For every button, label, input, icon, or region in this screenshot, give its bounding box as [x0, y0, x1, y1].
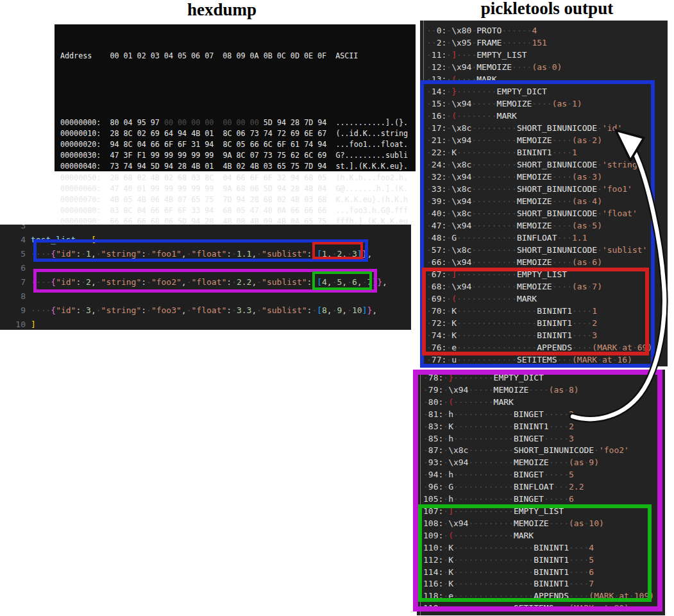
- pickle-line: ·80:·(········MARK: [423, 397, 665, 409]
- code-line: 9····{"id":·3,·"string":·"foo3",·"float"…: [0, 304, 411, 318]
- pickle-line: 116:·K················BININT1····7: [423, 578, 665, 590]
- pickle-line: 110:·K················BININT1····4: [423, 542, 665, 554]
- line-number: 4: [0, 233, 26, 247]
- hexdump-header: Address 00 01 02 03 04 05 06 07 08 09 0A…: [60, 51, 416, 62]
- pickle-line: 114:·K················BININT1····6: [423, 567, 665, 579]
- hexdump-row: 00000030: 47 3F F1 99 99 99 99 99 9A 8C …: [60, 150, 416, 161]
- hexdump-row: 00000040: 73 74 94 5D 94 28 4B 01 4B 02 …: [60, 161, 416, 172]
- pickle-line: ·96:·G············BINFLOAT···2.2: [423, 481, 665, 493]
- pickle-line: ·39:·\x94·········MEMOIZE····(as·4): [426, 195, 668, 207]
- pickle-line: ·67:·]············EMPTY_LIST: [426, 268, 668, 280]
- code-line: 4test_list·=·[: [0, 233, 411, 247]
- hexdump-row: 00000080: 03 8C 04 66 6F 6F 33 94 68 05 …: [60, 205, 416, 216]
- hexdump-title: hexdump: [187, 0, 257, 20]
- pickle-line: ·69:·(············MARK: [426, 293, 668, 305]
- line-number: 6: [0, 261, 26, 275]
- code-line: 5····{"id":·1,·"string":·"foo1",·"float"…: [0, 247, 411, 261]
- line-number: 9: [0, 304, 26, 318]
- line-number: 10: [0, 318, 26, 330]
- pickle-line: 107:·]············EMPTY_LIST: [423, 506, 665, 518]
- hexdump-row: 00000050: 28 68 02 4B 02 68 03 8C 04 66 …: [60, 173, 416, 184]
- pickle-line: ·66:·\x94·········MEMOIZE····(as·6): [426, 256, 668, 268]
- line-number: 7: [0, 275, 26, 289]
- pickle-line: ·57:·\x8c·········SHORT_BINUNICODE·'subl…: [426, 244, 668, 256]
- hexdump-row: 00000010: 28 8C 02 69 64 94 4B 01 8C 06 …: [60, 128, 416, 139]
- pickle-line: ·24:·\x8c·········SHORT_BINUNICODE·'stri…: [426, 158, 668, 171]
- pickle-line: ·81:·h············BINGET·····2: [423, 409, 665, 421]
- pickle-line: 112:·K················BININT1····5: [423, 554, 665, 567]
- terminal-gutter-line: [420, 370, 421, 615]
- pickle-line: ·47:·\x94·········MEMOIZE····(as·5): [426, 219, 668, 232]
- pickle-line: ·70:·K················BININT1····1: [426, 305, 668, 317]
- pickle-line: ·93:·\x94·········MEMOIZE····(as·9): [423, 457, 665, 469]
- hexdump-row: 00000070: 4B 05 4B 06 4B 07 65 75 7D 94 …: [60, 194, 416, 205]
- hexdump-row: 00000020: 94 8C 04 66 6F 6F 31 94 8C 05 …: [60, 139, 416, 150]
- hexdump-row: 00000000: 80 04 95 97 00 00 00 00 00 00 …: [60, 117, 416, 128]
- pickle-line: ··2:·\x95·FRAME······151: [426, 37, 668, 49]
- pickle-line: 109:·(············MARK: [423, 530, 665, 542]
- line-number: 5: [0, 247, 26, 261]
- pickle-line: ·33:·\x8c·········SHORT_BINUNICODE·'foo1…: [426, 183, 668, 195]
- code-line: 8: [0, 289, 411, 304]
- pickle-lines-top: ··0:·\x80·PROTO······4··2:·\x95·FRAME···…: [426, 24, 668, 366]
- code-line: 3: [0, 225, 411, 233]
- pickle-line: ·17:·\x8c·········SHORT_BINUNICODE·'id': [426, 122, 668, 134]
- hexdump-blank-line: [60, 84, 416, 95]
- hexdump-rows: 00000000: 80 04 95 97 00 00 00 00 00 00 …: [60, 117, 416, 239]
- pickle-line: ·11:·]····EMPTY_LIST: [426, 49, 668, 61]
- pickle-line: 108:·\x94·········MEMOIZE····(as·10): [423, 518, 665, 530]
- pickle-line: ·79:·\x94·····MEMOIZE····(as·8): [423, 384, 665, 397]
- pickle-line: ·16:·(········MARK: [426, 110, 668, 122]
- code-editor-panel: 34test_list·=·[5····{"id":·1,·"string":·…: [0, 225, 411, 330]
- pickletools-panel-top: ··0:·\x80·PROTO······4··2:·\x95·FRAME···…: [420, 21, 668, 366]
- code-line: 7····{"id":·2,·"string":·"foo2",·"float"…: [0, 275, 411, 289]
- pickle-lines-bottom: ·78:·}········EMPTY_DICT·79:·\x94·····ME…: [423, 372, 665, 615]
- code-line: 10]: [0, 318, 411, 330]
- pickle-line: ·48:·G············BINFLOAT···1.1: [426, 232, 668, 244]
- pickle-line: ·15:·\x94·····MEMOIZE····(as·1): [426, 98, 668, 110]
- code-line: 6: [0, 261, 411, 275]
- hexdump-panel: Address 00 01 02 03 04 05 06 07 08 09 0A…: [55, 24, 416, 171]
- pickletools-title: pickletools output: [481, 0, 613, 19]
- pickle-line: 105:·h············BINGET·····6: [423, 493, 665, 506]
- pickle-line: ·40:·\x8c·········SHORT_BINUNICODE·'floa…: [426, 207, 668, 219]
- pickle-line: ·85:·h············BINGET·····3: [423, 433, 665, 445]
- pickle-line: ·74:·K················BININT1····3: [426, 329, 668, 341]
- pickle-line: ·13:·(····MARK: [426, 73, 668, 85]
- pickle-line: ·83:·K············BININT1····2: [423, 421, 665, 433]
- pickle-line: ·87:·\x8c·········SHORT_BINUNICODE·'foo2…: [423, 445, 665, 457]
- pickle-line: 119:·u············SETITEMS···(MARK·at·80…: [423, 603, 665, 615]
- hexdump-row: 00000060: 47 40 01 99 99 99 99 99 9A 68 …: [60, 184, 416, 194]
- pickle-line: ·68:·\x94·········MEMOIZE····(as·7): [426, 280, 668, 293]
- pickle-line: 118:·e················APPENDS····(MARK·a…: [423, 590, 665, 603]
- pickle-line: ·21:·\x94·········MEMOIZE····(as·2): [426, 134, 668, 146]
- terminal-gutter-line: [423, 21, 424, 366]
- pickle-line: ·14:·}········EMPTY_DICT: [426, 85, 668, 98]
- pickle-line: ·12:·\x94·MEMOIZE····(as·0): [426, 61, 668, 73]
- pickle-line: ·32:·\x94·········MEMOIZE····(as·3): [426, 171, 668, 183]
- line-number: 8: [0, 289, 26, 304]
- pickle-line: ·72:·K················BININT1····2: [426, 317, 668, 329]
- pickle-line: ·22:·K············BININT1····1: [426, 146, 668, 158]
- pickle-line: ·78:·}········EMPTY_DICT: [423, 372, 665, 384]
- pickle-line: ·76:·e················APPENDS····(MARK·a…: [426, 341, 668, 354]
- pickletools-panel-bottom: ·78:·}········EMPTY_DICT·79:·\x94·····ME…: [417, 370, 665, 615]
- code-lines: 34test_list·=·[5····{"id":·1,·"string":·…: [0, 225, 411, 330]
- line-number: 3: [0, 225, 26, 233]
- pickle-line: ·94:·h············BINGET·····5: [423, 469, 665, 481]
- pickle-line: ·77:·u············SETITEMS···(MARK·at·16…: [426, 354, 668, 366]
- pickle-line: ··0:·\x80·PROTO······4: [426, 24, 668, 37]
